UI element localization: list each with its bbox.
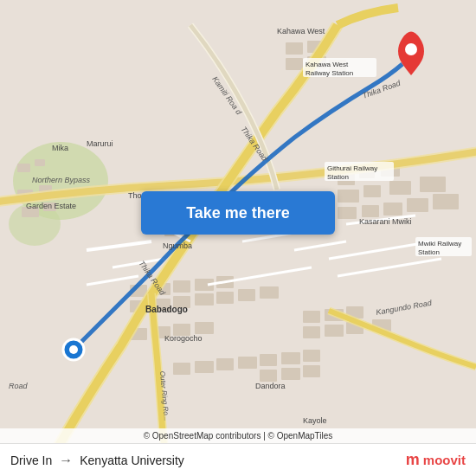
svg-rect-59 xyxy=(238,357,257,369)
svg-rect-51 xyxy=(281,352,300,364)
svg-text:Station: Station xyxy=(418,248,440,256)
map-attribution: © OpenStreetMap contributors | © OpenMap… xyxy=(0,428,476,443)
svg-rect-62 xyxy=(286,58,303,70)
route-origin: Drive In xyxy=(10,453,52,467)
svg-rect-13 xyxy=(363,185,381,197)
svg-rect-53 xyxy=(260,370,277,382)
svg-point-66 xyxy=(69,345,78,354)
svg-rect-57 xyxy=(195,361,214,373)
svg-rect-43 xyxy=(303,311,320,323)
map-container: Kahawa West Kahawa West Railway Station … xyxy=(0,0,476,476)
svg-rect-58 xyxy=(216,358,234,370)
svg-text:Garden Estate: Garden Estate xyxy=(26,202,76,210)
svg-rect-47 xyxy=(325,325,344,337)
svg-rect-15 xyxy=(420,177,446,192)
svg-rect-38 xyxy=(260,286,279,299)
svg-text:Kasarani Mwiki: Kasarani Mwiki xyxy=(359,217,412,226)
svg-text:Ngumba: Ngumba xyxy=(163,241,192,250)
svg-text:Githurai Railway: Githurai Railway xyxy=(327,164,377,172)
svg-rect-18 xyxy=(383,203,402,215)
svg-text:Railway Station: Railway Station xyxy=(306,69,353,77)
svg-rect-52 xyxy=(303,350,320,362)
moovit-brand-text: moovit xyxy=(423,453,466,467)
svg-text:Station: Station xyxy=(327,173,349,181)
svg-text:Babadogo: Babadogo xyxy=(145,305,188,314)
svg-rect-60 xyxy=(286,42,303,55)
svg-rect-36 xyxy=(216,292,234,304)
route-arrow-icon: → xyxy=(59,453,73,468)
svg-rect-16 xyxy=(338,207,357,219)
svg-rect-20 xyxy=(433,194,459,209)
svg-text:Northern Bypass: Northern Bypass xyxy=(32,176,91,184)
svg-text:Dandora: Dandora xyxy=(255,382,286,390)
svg-rect-55 xyxy=(303,365,320,377)
svg-rect-56 xyxy=(173,363,190,375)
svg-rect-14 xyxy=(389,181,411,195)
svg-rect-50 xyxy=(260,354,277,366)
svg-text:Korogocho: Korogocho xyxy=(164,334,203,343)
route-destination: Kenyatta University xyxy=(80,453,184,467)
svg-rect-3 xyxy=(17,164,30,172)
svg-point-67 xyxy=(405,43,417,55)
svg-text:Road: Road xyxy=(9,382,29,390)
svg-rect-19 xyxy=(407,198,428,212)
svg-rect-4 xyxy=(35,159,45,166)
svg-rect-0 xyxy=(0,16,476,460)
moovit-icon: m xyxy=(406,451,420,469)
svg-rect-17 xyxy=(362,205,379,217)
take-me-there-button[interactable]: Take me there xyxy=(141,191,335,235)
svg-rect-37 xyxy=(238,289,255,301)
svg-rect-12 xyxy=(338,190,359,203)
svg-text:Kahawa West: Kahawa West xyxy=(306,61,349,68)
svg-rect-46 xyxy=(303,326,320,338)
bottom-bar: Drive In → Kenyatta University m moovit xyxy=(0,443,476,476)
svg-text:Kahawa West: Kahawa West xyxy=(277,27,325,35)
route-info: Drive In → Kenyatta University xyxy=(10,453,184,468)
svg-text:Marurui: Marurui xyxy=(87,139,113,148)
moovit-logo: m moovit xyxy=(406,451,466,469)
svg-text:Kayole: Kayole xyxy=(303,416,327,425)
svg-text:Mika: Mika xyxy=(52,144,68,152)
svg-text:Mwiki Railway: Mwiki Railway xyxy=(418,240,461,248)
svg-rect-35 xyxy=(195,293,214,306)
svg-rect-54 xyxy=(281,368,300,380)
svg-rect-29 xyxy=(173,280,190,293)
svg-rect-42 xyxy=(195,322,214,334)
